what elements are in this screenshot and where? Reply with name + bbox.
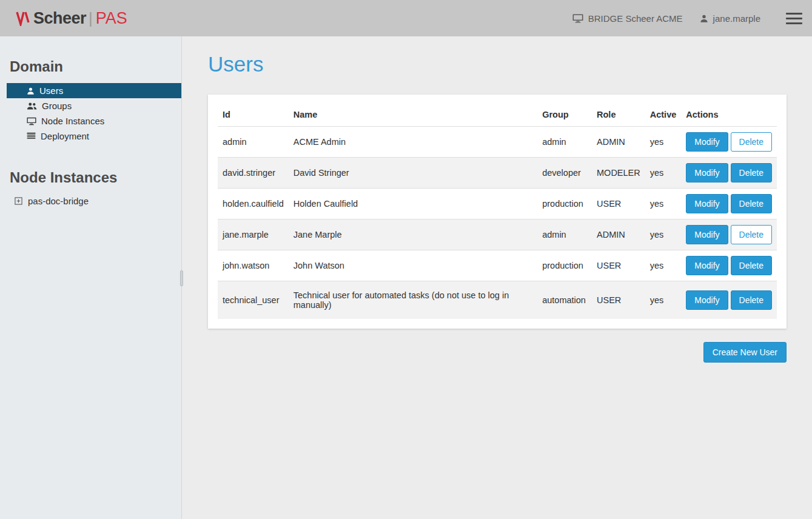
node-instance-item[interactable]: pas-doc-bridge — [15, 196, 181, 206]
cell-actions: ModifyDelete — [681, 127, 777, 158]
table-row: david.stringerDavid StringerdeveloperMOD… — [218, 158, 777, 189]
cell-role: ADMIN — [592, 219, 645, 250]
table-row: jane.marpleJane MarpleadminADMINyesModif… — [218, 219, 777, 250]
cell-group: automation — [537, 281, 592, 320]
cell-role: USER — [592, 250, 645, 281]
modify-button[interactable]: Modify — [686, 194, 728, 213]
bridge-node-label: BRIDGE Scheer ACME — [588, 13, 683, 24]
sidebar-resize-handle[interactable] — [180, 270, 183, 286]
monitor-icon — [27, 117, 36, 126]
cell-active: yes — [645, 158, 682, 189]
domain-heading: Domain — [10, 58, 181, 75]
cell-actions: ModifyDelete — [681, 219, 777, 250]
brand-logo: Scheer | PAS — [16, 9, 127, 28]
monitor-icon — [572, 14, 583, 23]
delete-button[interactable]: Delete — [731, 290, 772, 310]
cell-role: MODELER — [592, 158, 645, 189]
cell-active: yes — [645, 219, 682, 250]
modify-button[interactable]: Modify — [686, 256, 728, 275]
cell-group: production — [537, 189, 592, 219]
main-content: Users IdNameGroupRoleActiveActions admin… — [182, 36, 812, 519]
delete-button[interactable]: Delete — [731, 225, 772, 244]
current-user-label: jane.marple — [713, 13, 760, 24]
sidebar-item-label: Users — [39, 85, 63, 96]
cell-role: USER — [592, 281, 645, 320]
top-bar-right: BRIDGE Scheer ACME jane.marple — [572, 7, 804, 30]
cell-group: developer — [537, 158, 592, 189]
brand-pas-text: PAS — [96, 9, 127, 28]
column-header: Role — [592, 104, 645, 127]
brand-divider: | — [89, 9, 93, 28]
column-header: Actions — [681, 104, 777, 127]
cell-active: yes — [645, 189, 682, 219]
user-icon — [27, 87, 35, 95]
sidebar-item-label: Groups — [42, 101, 72, 111]
cell-actions: ModifyDelete — [681, 250, 777, 281]
table-row: holden.caulfieldHolden Caulfieldproducti… — [218, 189, 777, 219]
cell-id: jane.marple — [218, 219, 289, 250]
cell-name: Jane Marple — [289, 219, 537, 250]
users-group-icon — [27, 102, 37, 110]
page-layout: Domain Users Groups — [0, 36, 812, 519]
delete-button[interactable]: Delete — [731, 256, 772, 275]
column-header: Group — [537, 104, 592, 127]
table-row: john.watsonJohn WatsonproductionUSERyesM… — [218, 250, 777, 281]
cell-actions: ModifyDelete — [681, 189, 777, 219]
users-table-body: adminACME AdminadminADMINyesModifyDelete… — [218, 127, 777, 320]
cell-id: david.stringer — [218, 158, 289, 189]
modify-button[interactable]: Modify — [686, 225, 728, 244]
cell-active: yes — [645, 250, 682, 281]
cell-id: holden.caulfield — [218, 189, 289, 219]
table-row: adminACME AdminadminADMINyesModifyDelete — [218, 127, 777, 158]
cell-name: Holden Caulfield — [289, 189, 537, 219]
page-title: Users — [208, 52, 787, 76]
column-header: Active — [645, 104, 682, 127]
plus-square-icon — [15, 197, 22, 205]
table-header-row: IdNameGroupRoleActiveActions — [218, 104, 777, 127]
domain-nav: Users Groups Node Instances — [0, 83, 181, 144]
user-icon — [700, 14, 708, 23]
scheer-logo-icon — [16, 10, 30, 26]
sidebar-item-label: Node Instances — [41, 116, 104, 126]
cell-id: admin — [218, 127, 289, 158]
brand-scheer-text: Scheer — [33, 9, 86, 28]
cell-actions: ModifyDelete — [681, 281, 777, 320]
sidebar-item-users[interactable]: Users — [7, 83, 181, 98]
sidebar-item-label: Deployment — [41, 131, 89, 141]
column-header: Id — [218, 104, 289, 127]
cell-group: admin — [537, 219, 592, 250]
modify-button[interactable]: Modify — [686, 163, 728, 182]
column-header: Name — [289, 104, 537, 127]
current-user-indicator[interactable]: jane.marple — [700, 13, 760, 24]
sidebar-item-node-instances[interactable]: Node Instances — [7, 113, 181, 129]
cell-name: David Stringer — [289, 158, 537, 189]
cell-name: Technical user for automated tasks (do n… — [289, 281, 537, 320]
top-bar: Scheer | PAS BRIDGE Scheer ACME jane.mar… — [0, 0, 812, 36]
modify-button[interactable]: Modify — [686, 290, 728, 310]
cell-role: ADMIN — [592, 127, 645, 158]
table-row: technical_userTechnical user for automat… — [218, 281, 777, 320]
modify-button[interactable]: Modify — [686, 132, 728, 152]
cell-id: technical_user — [218, 281, 289, 320]
node-instance-label: pas-doc-bridge — [28, 196, 89, 206]
sidebar: Domain Users Groups — [0, 36, 182, 519]
menu-toggle-button[interactable] — [785, 7, 804, 30]
delete-button[interactable]: Delete — [731, 132, 772, 152]
bridge-node-indicator[interactable]: BRIDGE Scheer ACME — [572, 13, 683, 24]
cell-name: John Watson — [289, 250, 537, 281]
node-instances-heading: Node Instances — [10, 169, 181, 186]
cell-group: production — [537, 250, 592, 281]
cell-name: ACME Admin — [289, 127, 537, 158]
create-new-user-button[interactable]: Create New User — [703, 342, 787, 363]
cell-role: USER — [592, 189, 645, 219]
sidebar-item-deployment[interactable]: Deployment — [7, 129, 181, 144]
cell-actions: ModifyDelete — [681, 158, 777, 189]
cell-group: admin — [537, 127, 592, 158]
sidebar-item-groups[interactable]: Groups — [7, 98, 181, 113]
delete-button[interactable]: Delete — [731, 194, 772, 213]
delete-button[interactable]: Delete — [731, 163, 772, 182]
footer-actions: Create New User — [208, 342, 787, 363]
cell-active: yes — [645, 127, 682, 158]
cell-active: yes — [645, 281, 682, 320]
list-lines-icon — [27, 132, 36, 140]
